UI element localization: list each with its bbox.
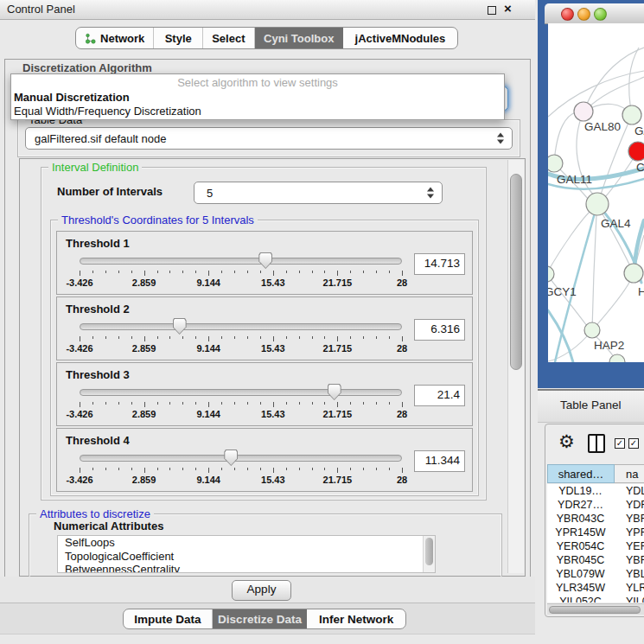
cell-shared-name[interactable]: YDR27… bbox=[547, 499, 614, 511]
cell-name[interactable]: YPR1 bbox=[614, 526, 644, 539]
number-of-intervals-spinner[interactable]: 5 bbox=[194, 182, 443, 204]
table-panel-titlebar: Table Panel bbox=[538, 389, 644, 423]
cell-name[interactable]: YBR0 bbox=[614, 554, 644, 566]
close-icon[interactable]: × bbox=[504, 1, 512, 16]
network-node-label: GAL11 bbox=[557, 173, 592, 186]
table-scrollbar-thumb[interactable] bbox=[549, 606, 641, 614]
cell-shared-name[interactable]: YBR043C bbox=[547, 513, 614, 525]
tab-discretize-data[interactable]: Discretize Data bbox=[213, 609, 308, 628]
table-row[interactable]: YLR345WYLR3 bbox=[547, 581, 644, 595]
tab-network[interactable]: Network bbox=[76, 28, 154, 48]
settings-scroll-panel: Interval Definition Number of Intervals … bbox=[19, 158, 526, 577]
scale-tick-label: 28 bbox=[397, 277, 407, 288]
cell-shared-name[interactable]: YER054C bbox=[547, 540, 614, 552]
cell-name[interactable]: YDL1 bbox=[614, 485, 644, 497]
scale-tick-label: 9.144 bbox=[196, 343, 220, 354]
threshold-value-field[interactable]: 14.713 bbox=[414, 253, 465, 275]
scale-tick-label: 9.144 bbox=[196, 409, 220, 419]
network-node[interactable] bbox=[586, 193, 609, 215]
table-row[interactable]: YBR043CYBR0 bbox=[547, 512, 644, 526]
tab-select[interactable]: Select bbox=[203, 28, 255, 48]
column-header-name[interactable]: na bbox=[615, 464, 644, 483]
columns-icon[interactable] bbox=[588, 434, 605, 453]
tab-style-label: Style bbox=[165, 32, 192, 45]
cell-name[interactable]: YBL0 bbox=[614, 568, 644, 580]
cell-shared-name[interactable]: YBR045C bbox=[547, 554, 614, 566]
cell-shared-name[interactable]: YLR345W bbox=[547, 582, 614, 594]
threshold-slider[interactable]: -3.4262.8599.14415.4321.71528 bbox=[80, 448, 402, 488]
attribute-list-item[interactable]: TopologicalCoefficient bbox=[58, 550, 435, 564]
scale-tick-label: 15.43 bbox=[261, 277, 285, 288]
control-panel-tab-bar: Network Style Select Cyni Toolbox jActiv… bbox=[75, 27, 458, 49]
gear-icon[interactable]: ⚙ bbox=[558, 431, 575, 452]
attribute-list-item[interactable]: BetweennessCentrality bbox=[58, 563, 435, 573]
table-panel: ⚙ ✓ ✓ shared… na YDL19…YDL1YDR27…YDR2YBR… bbox=[545, 424, 644, 617]
table-row[interactable]: YDR27…YDR2 bbox=[547, 498, 644, 512]
bottom-tab-strip: Impute Data Discretize Data Infer Networ… bbox=[0, 603, 535, 634]
tab-infer-network[interactable]: Infer Network bbox=[307, 609, 405, 628]
minimize-traffic-light-icon[interactable] bbox=[577, 8, 590, 21]
scale-tick-label: -3.426 bbox=[66, 343, 92, 354]
cell-name[interactable]: YIL0 bbox=[614, 596, 644, 603]
slider-handle[interactable] bbox=[328, 384, 341, 400]
attributes-list-scrollbar[interactable] bbox=[423, 536, 435, 572]
tab-jactivemnodules[interactable]: jActiveMNodules bbox=[343, 28, 457, 48]
slider-handle[interactable] bbox=[224, 450, 238, 466]
tab-select-label: Select bbox=[212, 32, 245, 45]
network-node[interactable] bbox=[548, 155, 563, 172]
checkbox-icon[interactable]: ✓ bbox=[615, 438, 625, 449]
network-node[interactable] bbox=[584, 322, 600, 338]
slider-handle[interactable] bbox=[258, 252, 272, 269]
screenshot-root: Control Panel × Network Style Select C bbox=[0, 0, 644, 644]
table-row[interactable]: YBR045CYBR0 bbox=[547, 553, 644, 567]
cell-shared-name[interactable]: YDL19… bbox=[547, 485, 614, 497]
scale-tick-label: -3.426 bbox=[66, 409, 92, 419]
threshold-slider[interactable]: -3.4262.8599.14415.4321.71528 bbox=[80, 251, 402, 290]
table-row[interactable]: YBL079WYBL0 bbox=[547, 567, 644, 581]
attribute-list-item[interactable]: SelfLoops bbox=[58, 536, 435, 550]
zoom-traffic-light-icon[interactable] bbox=[594, 8, 607, 21]
thresholds-group-label: Threshold's Coordinates for 5 Intervals bbox=[58, 214, 258, 226]
network-node[interactable] bbox=[628, 142, 644, 161]
network-canvas[interactable]: GAL80GACGAL11GAL4GCY1HHAP2 bbox=[548, 23, 644, 362]
close-traffic-light-icon[interactable] bbox=[561, 8, 574, 21]
panel-vertical-scrollbar[interactable] bbox=[507, 160, 524, 573]
threshold-value-field[interactable]: 11.344 bbox=[414, 450, 465, 472]
network-node[interactable] bbox=[622, 105, 641, 124]
cell-shared-name[interactable]: YIL052C bbox=[547, 596, 614, 603]
slider-handle[interactable] bbox=[173, 318, 187, 335]
cell-shared-name[interactable]: YBL079W bbox=[547, 568, 614, 580]
apply-button[interactable]: Apply bbox=[232, 580, 291, 601]
float-window-icon[interactable] bbox=[488, 6, 496, 15]
cell-name[interactable]: YDR2 bbox=[614, 499, 644, 511]
table-data-combobox[interactable]: galFiltered.sif default node bbox=[25, 127, 513, 150]
scale-tick-label: 2.859 bbox=[132, 277, 156, 288]
table-row[interactable]: YDL19…YDL1 bbox=[547, 484, 644, 498]
numerical-attributes-list[interactable]: SelfLoopsTopologicalCoefficientBetweenne… bbox=[57, 535, 436, 573]
bottom-tab-bar: Impute Data Discretize Data Infer Networ… bbox=[123, 609, 406, 629]
table-row[interactable]: YPR145WYPR1 bbox=[547, 526, 644, 539]
network-node[interactable] bbox=[574, 102, 593, 121]
table-row[interactable]: YER054CYER0 bbox=[547, 539, 644, 553]
network-node[interactable] bbox=[609, 354, 625, 362]
threshold-slider[interactable]: -3.4262.8599.14415.4321.71528 bbox=[80, 382, 402, 422]
threshold-value-field[interactable]: 21.4 bbox=[414, 385, 465, 406]
cell-name[interactable]: YER0 bbox=[614, 540, 644, 552]
cell-name[interactable]: YLR3 bbox=[614, 582, 644, 594]
cell-name[interactable]: YBR0 bbox=[614, 513, 644, 525]
threshold-slider[interactable]: -3.4262.8599.14415.4321.71528 bbox=[80, 316, 402, 356]
tab-cyni-toolbox[interactable]: Cyni Toolbox bbox=[255, 28, 343, 48]
dropdown-option-equal-width[interactable]: Equal Width/Frequency Discretization bbox=[11, 105, 504, 118]
network-node[interactable] bbox=[624, 264, 643, 283]
table-row[interactable]: YIL052CYIL0 bbox=[547, 595, 644, 603]
table-horizontal-scrollbar[interactable] bbox=[547, 603, 644, 615]
network-node[interactable] bbox=[548, 266, 554, 282]
panel-scrollbar-thumb[interactable] bbox=[510, 174, 522, 370]
checkbox-icon[interactable]: ✓ bbox=[628, 438, 639, 449]
tab-impute-data[interactable]: Impute Data bbox=[124, 609, 213, 628]
tab-style[interactable]: Style bbox=[154, 28, 203, 48]
column-header-shared-name[interactable]: shared… bbox=[547, 464, 615, 483]
threshold-value-field[interactable]: 6.316 bbox=[414, 319, 465, 341]
dropdown-option-manual[interactable]: Manual Discretization bbox=[11, 91, 504, 105]
cell-shared-name[interactable]: YPR145W bbox=[547, 526, 614, 539]
